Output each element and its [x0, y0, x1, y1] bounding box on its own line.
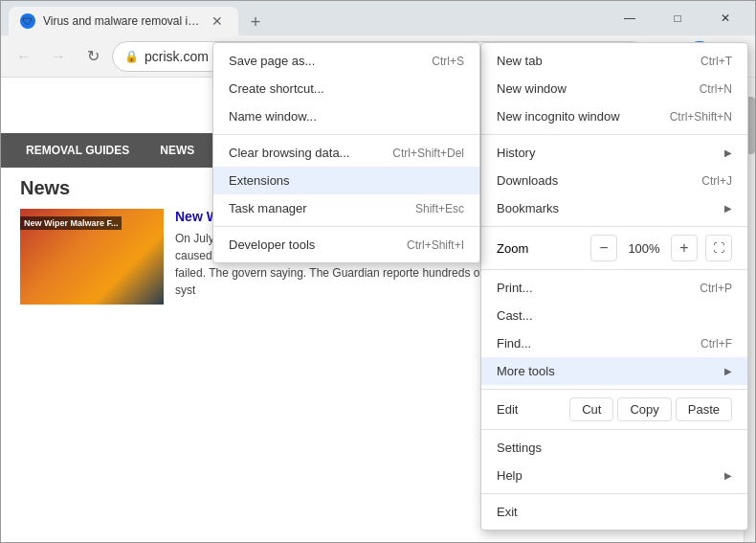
menu-print[interactable]: Print... Ctrl+P: [481, 274, 747, 302]
menu-divider-2: [481, 226, 747, 227]
tab-favicon: [20, 13, 35, 29]
submenu-task-manager[interactable]: Task manager Shift+Esc: [213, 194, 479, 222]
submenu-divider-2: [213, 226, 479, 227]
dropdown-menu: New tab Ctrl+T New window Ctrl+N New inc…: [480, 42, 748, 531]
menu-divider-3: [481, 269, 747, 270]
submenu-divider-1: [213, 134, 479, 135]
more-tools-submenu: Save page as... Ctrl+S Create shortcut..…: [212, 42, 480, 263]
menu-divider-4: [481, 389, 747, 390]
forward-button[interactable]: →: [43, 41, 74, 72]
menu-edit-row: Edit Cut Copy Paste: [481, 394, 747, 425]
zoom-value: 100%: [625, 241, 663, 256]
maximize-button[interactable]: □: [656, 4, 700, 33]
menu-new-window[interactable]: New window Ctrl+N: [481, 75, 747, 102]
zoom-fullscreen-button[interactable]: ⛶: [705, 235, 732, 261]
nav-removal-guides[interactable]: REMOVAL GUIDES: [11, 133, 145, 168]
menu-divider-1: [481, 134, 747, 135]
menu-history[interactable]: History ▶: [481, 139, 747, 167]
browser-window: Virus and malware removal instr... ✕ + —…: [0, 0, 756, 543]
menu-new-incognito[interactable]: New incognito window Ctrl+Shift+N: [481, 102, 747, 130]
zoom-controls: − 100% + ⛶: [590, 235, 732, 261]
menu-find[interactable]: Find... Ctrl+F: [481, 329, 747, 357]
menu-divider-6: [481, 493, 747, 494]
menu-paste-button[interactable]: Paste: [676, 397, 732, 421]
menu-zoom: Zoom − 100% + ⛶: [481, 231, 747, 265]
submenu-extensions[interactable]: Extensions: [213, 167, 479, 194]
menu-settings[interactable]: Settings: [481, 434, 747, 462]
submenu-create-shortcut[interactable]: Create shortcut...: [213, 75, 479, 102]
active-tab[interactable]: Virus and malware removal instr... ✕: [9, 7, 238, 35]
tab-title: Virus and malware removal instr...: [43, 14, 200, 28]
back-button[interactable]: ←: [9, 41, 39, 72]
news-thumbnail: New Wiper Malware F...: [20, 209, 164, 305]
menu-copy-button[interactable]: Copy: [617, 397, 671, 421]
menu-exit[interactable]: Exit: [481, 498, 747, 526]
menu-downloads[interactable]: Downloads Ctrl+J: [481, 167, 747, 194]
window-controls: — □ ✕: [608, 4, 747, 33]
menu-help[interactable]: Help ▶: [481, 462, 747, 489]
menu-divider-5: [481, 429, 747, 430]
close-button[interactable]: ✕: [703, 4, 747, 33]
tab-close-button[interactable]: ✕: [208, 11, 227, 31]
zoom-minus-button[interactable]: −: [590, 235, 617, 261]
title-bar: Virus and malware removal instr... ✕ + —…: [1, 1, 755, 35]
minimize-button[interactable]: —: [608, 4, 652, 33]
nav-news[interactable]: NEWS: [145, 133, 210, 168]
refresh-button[interactable]: ↻: [78, 41, 108, 72]
tab-area: Virus and malware removal instr... ✕ +: [9, 1, 600, 35]
submenu-developer-tools[interactable]: Developer tools Ctrl+Shift+I: [213, 231, 479, 259]
submenu-name-window[interactable]: Name window...: [213, 102, 479, 130]
submenu-clear-browsing[interactable]: Clear browsing data... Ctrl+Shift+Del: [213, 139, 479, 167]
new-tab-button[interactable]: +: [242, 9, 269, 35]
menu-cast[interactable]: Cast...: [481, 302, 747, 329]
menu-more-tools[interactable]: More tools ▶: [481, 357, 747, 385]
menu-bookmarks[interactable]: Bookmarks ▶: [481, 194, 747, 222]
zoom-plus-button[interactable]: +: [671, 235, 698, 261]
submenu-save-page[interactable]: Save page as... Ctrl+S: [213, 47, 479, 75]
menu-new-tab[interactable]: New tab Ctrl+T: [481, 47, 747, 75]
news-thumb-label: New Wiper Malware F...: [20, 216, 122, 230]
lock-icon: 🔒: [124, 50, 139, 63]
menu-cut-button[interactable]: Cut: [569, 397, 613, 421]
